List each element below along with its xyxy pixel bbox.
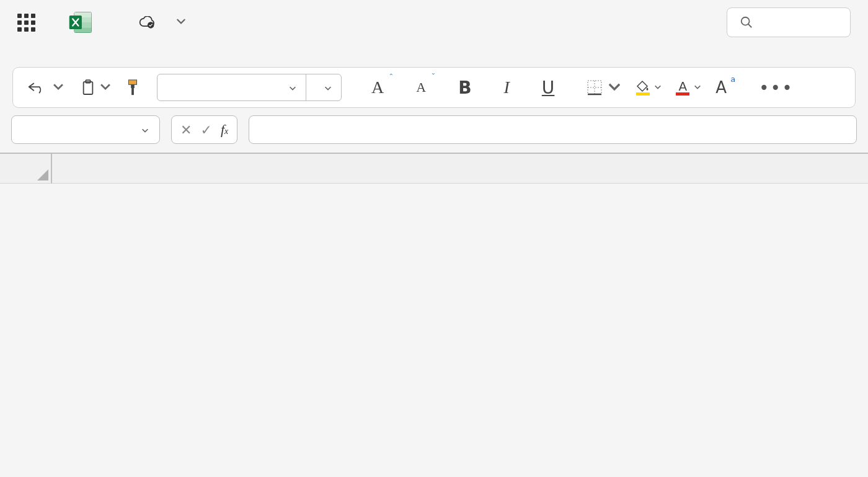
search-input[interactable] (727, 7, 851, 37)
ribbon-toolbar: Aˆ Aˇ B I U A A ••• (12, 67, 856, 108)
shrink-font-button[interactable]: Aˇ (414, 77, 428, 98)
excel-icon (68, 9, 95, 36)
svg-rect-14 (588, 81, 601, 94)
svg-line-8 (748, 24, 752, 28)
chevron-down-icon[interactable] (693, 82, 702, 94)
chevron-down-icon (324, 80, 332, 96)
underline-button[interactable]: U (539, 75, 557, 100)
borders-button[interactable] (584, 76, 625, 99)
italic-button[interactable]: I (501, 75, 512, 100)
cloud-saved-icon (138, 16, 156, 29)
ribbon-tabs (0, 45, 868, 56)
grow-font-button[interactable]: Aˆ (369, 75, 386, 100)
chevron-down-icon[interactable] (49, 79, 68, 96)
formula-controls: ✕ ✓ fx (171, 115, 237, 144)
fill-color-button[interactable] (634, 78, 665, 98)
bold-button[interactable]: B (456, 75, 474, 100)
column-headers (52, 154, 868, 184)
title-dropdown-icon[interactable] (175, 16, 187, 29)
title-bar (0, 0, 868, 45)
chevron-down-icon[interactable] (653, 82, 662, 94)
chevron-down-icon (288, 80, 297, 96)
app-launcher-icon[interactable] (17, 14, 35, 32)
svg-rect-13 (131, 88, 134, 95)
svg-rect-11 (128, 80, 136, 84)
undo-button[interactable] (24, 77, 70, 98)
search-icon (740, 16, 753, 29)
accept-formula-icon[interactable]: ✓ (200, 122, 211, 138)
format-painter-button[interactable] (123, 76, 142, 99)
chevron-down-icon[interactable] (606, 78, 622, 97)
formula-bar[interactable] (249, 115, 857, 144)
font-selector (157, 74, 342, 101)
cancel-formula-icon[interactable]: ✕ (180, 122, 192, 138)
select-all-corner[interactable] (0, 154, 52, 184)
formula-row: ✕ ✓ fx (0, 108, 868, 144)
chevron-down-icon[interactable] (99, 78, 112, 97)
paste-button[interactable] (79, 76, 115, 99)
more-options-button[interactable]: ••• (756, 75, 796, 100)
svg-rect-9 (84, 82, 93, 94)
font-size-dropdown[interactable] (306, 74, 341, 100)
name-box[interactable] (11, 115, 160, 144)
fx-icon[interactable]: fx (221, 122, 228, 138)
chevron-down-icon (141, 122, 149, 138)
text-format-button[interactable]: A (713, 76, 729, 99)
font-color-button[interactable]: A (673, 78, 704, 98)
font-name-dropdown[interactable] (157, 74, 306, 100)
svg-rect-12 (131, 84, 135, 88)
svg-point-7 (742, 17, 750, 25)
spreadsheet (0, 153, 868, 184)
